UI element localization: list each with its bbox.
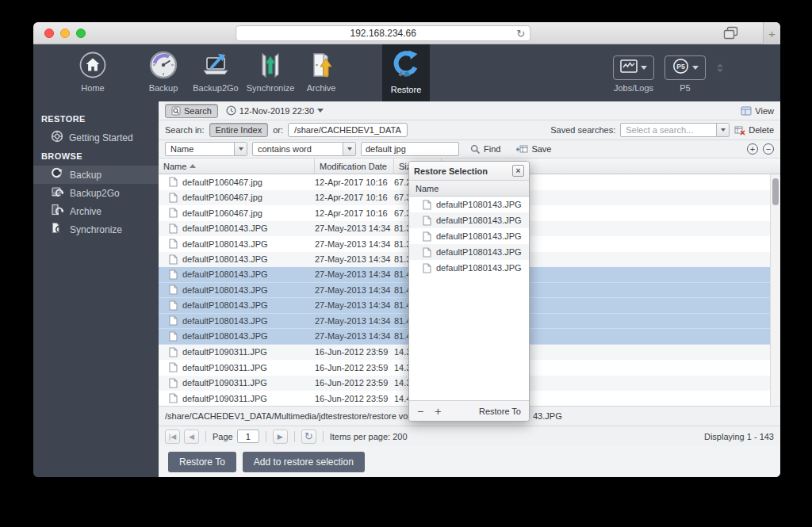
cell-modification-date: 27-May-2013 14:34: [315, 285, 394, 295]
popup-list-item[interactable]: defaultP1080143.JPG: [409, 260, 529, 276]
sidebar-item-backup2go[interactable]: Backup2Go: [33, 184, 159, 202]
popup-item-name: defaultP1080143.JPG: [436, 200, 522, 209]
file-icon: [169, 208, 178, 218]
chevron-down-icon: [716, 124, 729, 136]
search-in-label: Search in:: [165, 125, 205, 135]
save-search-button[interactable]: Save: [516, 144, 551, 155]
file-icon: [169, 223, 178, 234]
app-window: 192.168.234.66 ↻ + Home: [33, 22, 780, 477]
cell-modification-date: 27-May-2013 14:34: [315, 316, 394, 326]
file-icon: [169, 285, 178, 295]
toolbar-label: Home: [64, 83, 121, 93]
cell-name: defaultP1080143.JPG: [182, 285, 315, 295]
operator-select-value: contains word: [253, 144, 343, 154]
popup-restore-to-button[interactable]: Restore To: [479, 407, 521, 416]
toolbar-item-backup[interactable]: Backup: [135, 48, 192, 93]
sidebar-item-getting-started[interactable]: Getting Started: [33, 128, 159, 147]
jobs-logs-label: Jobs/Logs: [613, 83, 654, 93]
file-icon: [169, 331, 178, 342]
column-header-name[interactable]: Name: [159, 158, 315, 174]
cell-name: defaultP1080143.JPG: [182, 269, 315, 279]
vertical-scrollbar[interactable]: [770, 174, 780, 406]
cell-modification-date: 27-May-2013 14:34: [315, 254, 394, 264]
browser-titlebar: 192.168.234.66 ↻ +: [33, 22, 780, 44]
add-to-selection-button[interactable]: +: [435, 406, 441, 417]
snapshot-date-dropdown[interactable]: 12-Nov-2019 22:30: [226, 105, 324, 116]
p5-menu-button[interactable]: P5 P5: [665, 55, 706, 93]
find-button[interactable]: Find: [470, 144, 500, 155]
add-to-restore-selection-button[interactable]: Add to restore selection: [243, 452, 365, 472]
popup-item-name: defaultP1080143.JPG: [436, 216, 522, 225]
toolbar-item-home[interactable]: Home: [64, 48, 121, 93]
cell-name: defaultP1080143.JPG: [182, 331, 315, 341]
scope-path-label: /share/CACHEDEV1_DATA: [294, 125, 401, 135]
delete-icon: [734, 125, 745, 136]
add-criteria-button[interactable]: +: [747, 143, 758, 155]
field-select[interactable]: Name: [165, 142, 247, 156]
popup-list-item[interactable]: defaultP1080143.JPG: [409, 228, 529, 244]
cell-name: defaultP1090311.JPG: [182, 394, 315, 403]
show-tabs-icon[interactable]: [723, 26, 739, 40]
toolbar-item-backup2go[interactable]: Backup2Go: [187, 48, 244, 93]
popup-item-name: defaultP1080143.JPG: [436, 231, 522, 241]
jobs-logs-button[interactable]: Jobs/Logs: [613, 55, 654, 93]
next-page-button[interactable]: ▶: [273, 430, 288, 444]
minimize-window-button[interactable]: [60, 29, 70, 38]
cell-modification-date: 27-May-2013 14:34: [315, 269, 394, 279]
toolbar-label: Synchronize: [242, 83, 299, 93]
popup-list-item[interactable]: defaultP1080143.JPG: [409, 212, 529, 228]
popup-list-item[interactable]: defaultP1080143.JPG: [409, 244, 529, 260]
scrollbar-thumb[interactable]: [772, 178, 779, 205]
search-mode-button[interactable]: Search: [165, 104, 218, 118]
entire-index-button[interactable]: Entire Index: [209, 123, 269, 137]
cell-modification-date: 27-May-2013 14:34: [315, 300, 394, 310]
column-header-modification-date[interactable]: Modification Date: [315, 158, 394, 174]
refresh-icon[interactable]: ↻: [301, 430, 316, 444]
query-input[interactable]: [361, 142, 459, 156]
popup-list-item[interactable]: defaultP1080143.JPG: [409, 197, 529, 212]
zoom-window-button[interactable]: [76, 29, 86, 38]
file-icon: [423, 247, 431, 258]
sidebar-item-archive[interactable]: Archive: [33, 202, 159, 220]
file-icon: [169, 193, 178, 203]
toolbar-item-restore[interactable]: Restore: [382, 44, 430, 101]
save-icon: [516, 144, 528, 155]
cell-name: defaultP1080143.JPG: [182, 316, 315, 326]
toolbar-item-synchronize[interactable]: Synchronize: [242, 48, 299, 93]
page-number-input[interactable]: [237, 430, 259, 443]
operator-select[interactable]: contains word: [252, 142, 356, 156]
sidebar-item-backup[interactable]: Backup: [33, 166, 159, 184]
file-icon: [169, 177, 178, 187]
p5-label: P5: [665, 83, 706, 93]
view-button[interactable]: View: [741, 106, 774, 116]
search-icon: [470, 144, 481, 155]
sidebar-item-label: Archive: [70, 206, 102, 217]
restore-to-button[interactable]: Restore To: [168, 452, 236, 472]
cell-modification-date: 16-Jun-2012 23:59: [315, 347, 394, 357]
first-page-button[interactable]: |◀: [165, 430, 180, 444]
cell-name: defaultP1080143.JPG: [182, 300, 315, 310]
delete-saved-search-button[interactable]: Delete: [734, 125, 774, 136]
saved-searches-select[interactable]: Select a search...: [620, 123, 730, 137]
restore-selection-popup: Restore Selection × Name defaultP1080143…: [408, 161, 530, 422]
file-icon: [423, 216, 431, 226]
search-mode-row: Search 12-Nov-2019 22:30 Vie: [159, 101, 780, 120]
popup-titlebar[interactable]: Restore Selection ×: [409, 162, 529, 181]
file-icon: [169, 347, 178, 357]
remove-from-selection-button[interactable]: −: [417, 406, 423, 417]
file-icon: [169, 315, 178, 326]
collapse-toolbar-icon[interactable]: [717, 63, 723, 73]
home-icon: [64, 48, 121, 82]
popup-column-header-name: Name: [409, 181, 529, 197]
toolbar-item-archive[interactable]: Archive: [293, 48, 350, 93]
sidebar-item-synchronize[interactable]: Synchronize: [33, 220, 159, 239]
close-window-button[interactable]: [44, 29, 54, 38]
new-tab-button[interactable]: +: [763, 22, 780, 44]
previous-page-button[interactable]: ◀: [184, 430, 199, 444]
close-icon[interactable]: ×: [512, 165, 524, 177]
reload-icon[interactable]: ↻: [516, 28, 525, 40]
scope-path-button[interactable]: /share/CACHEDEV1_DATA: [288, 123, 408, 137]
address-bar[interactable]: 192.168.234.66 ↻: [236, 25, 530, 41]
sidebar-item-label: Backup: [70, 170, 102, 181]
remove-criteria-button[interactable]: −: [763, 143, 774, 155]
